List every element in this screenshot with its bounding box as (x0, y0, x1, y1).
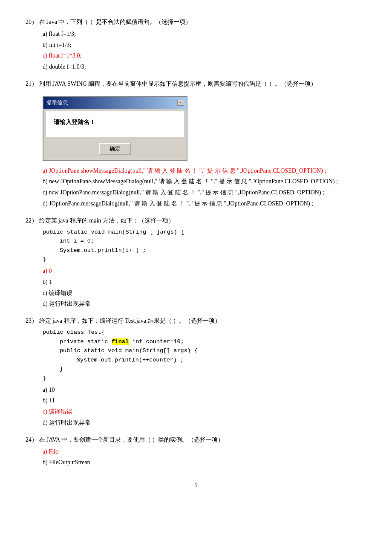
q23-code: public class Test{ private static final … (43, 328, 366, 383)
q21-option-a: a) JOptionPane.showMessageDialog(null," … (43, 166, 366, 176)
q23-a-label: a) (43, 387, 47, 393)
q23-number: 23） (26, 318, 37, 324)
dialog-message: 请输入登陆名！ (54, 117, 176, 127)
q24-b-label: b) (43, 459, 48, 465)
q21-c-text: new JOptionPane.messageDialog(null," 请 输… (49, 189, 324, 196)
dialog-body: 请输入登陆名！ (46, 111, 184, 137)
q22-code: public static void main(String [ ]args) … (43, 228, 366, 264)
q23-option-d: d) 运行时出现异常 (43, 418, 366, 428)
q22-b-text: 1 (49, 279, 52, 285)
question-24: 24） 在 JAVA 中，要创建一个新目录，要使用（ ）类的实例。（选择一项） … (26, 435, 366, 468)
q22-a-label: a) (43, 268, 47, 274)
question-21: 21） 利用 JAVA SWING 编程，要在当前窗体中显示如下信息提示框，则需… (26, 79, 366, 209)
q23-option-b: b) 11 (43, 396, 366, 406)
q23-code-line-4: System.out.println(++counter) ; (77, 356, 366, 365)
q22-d-label: d) (43, 301, 48, 307)
q23-text: 给定 java 程序，如下：编译运行 Test.java,结果是（ ）。（选择一… (39, 318, 221, 324)
dialog-box: 提示信息 × 请输入登陆名！ 确定 (43, 96, 187, 161)
q22-code-line-4: } (43, 255, 366, 264)
q20-c-text: float f=1*3.0; (49, 52, 81, 59)
q23-d-text: 运行时出现异常 (49, 419, 91, 426)
q21-title: 21） 利用 JAVA SWING 编程，要在当前窗体中显示如下信息提示框，则需… (26, 79, 366, 89)
q22-code-line-3: System.out.println(i++) ; (60, 246, 366, 255)
q23-b-text: 11 (49, 397, 55, 404)
q22-code-line-2: int i = 0; (60, 237, 366, 246)
q22-d-text: 运行时出现异常 (49, 301, 91, 307)
q23-code-line-3: public static void main(String[] args) { (60, 346, 366, 356)
q20-number: 20） (26, 19, 37, 25)
q21-number: 21） (26, 81, 37, 87)
q24-a-label: a) (43, 448, 47, 455)
q22-option-c: c) 编译错误 (43, 288, 366, 298)
dialog-button-area: 确定 (43, 139, 187, 160)
dialog-close-button[interactable]: × (177, 100, 184, 106)
q21-a-text: JOptionPane.showMessageDialog(null," 请 输… (49, 168, 326, 174)
q22-option-d: d) 运行时出现异常 (43, 299, 366, 309)
q21-option-d: d) JOptionPane.messageDialog(null," 请 输 … (43, 199, 366, 209)
q23-code-line-1: public class Test{ (43, 328, 366, 337)
q21-b-text: new JOptionPane.showMessageDialog(null,"… (49, 178, 338, 185)
q20-option-b: b) int i=1/3; (43, 40, 366, 50)
q22-c-text: 编译错误 (49, 290, 72, 296)
q22-b-label: b) (43, 279, 48, 285)
q23-code-line-2: private static final int counter=10; (60, 337, 366, 347)
question-22: 22） 给定某 java 程序的 main 方法，如下：（选择一项） publi… (26, 216, 366, 309)
dialog-ok-button[interactable]: 确定 (99, 143, 131, 155)
q23-b-label: b) (43, 397, 48, 404)
q20-b-text: int i=1/3; (49, 42, 71, 48)
q23-title: 23） 给定 java 程序，如下：编译运行 Test.java,结果是（ ）。… (26, 316, 366, 326)
q20-text: 在 Java 中，下列（ ）是不合法的赋值语句。（选择一项） (39, 19, 191, 25)
q23-code-line-6: } (43, 374, 366, 383)
q24-option-a: a) File (43, 447, 366, 457)
q23-a-text: 10 (49, 387, 55, 393)
q22-code-line-1: public static void main(String [ ]args) … (43, 228, 366, 237)
q23-option-c: c) 编译错误 (43, 407, 366, 417)
q22-option-b: b) 1 (43, 277, 366, 287)
q20-c-label: c) (43, 52, 47, 59)
q21-a-label: a) (43, 168, 47, 174)
q20-option-a: a) float f=1/3; (43, 29, 366, 39)
q22-option-a: a) 0 (43, 266, 366, 276)
q20-option-c: c) float f=1*3.0; (43, 51, 366, 61)
q22-c-label: c) (43, 290, 47, 296)
q20-a-text: float f=1/3; (49, 31, 76, 37)
q21-c-label: c) (43, 189, 47, 196)
q20-option-d: d) double f=1.0/3; (43, 62, 366, 72)
q24-b-text: FileOutputStrean (49, 459, 90, 465)
q22-a-text: 0 (49, 268, 52, 274)
q24-a-text: File (49, 448, 58, 455)
question-23: 23） 给定 java 程序，如下：编译运行 Test.java,结果是（ ）。… (26, 316, 366, 428)
q22-number: 22） (26, 217, 37, 224)
dialog-title: 提示信息 (46, 98, 68, 107)
question-20: 20） 在 Java 中，下列（ ）是不合法的赋值语句。（选择一项） a) fl… (26, 17, 366, 72)
q23-d-label: d) (43, 419, 48, 426)
q24-title: 24） 在 JAVA 中，要创建一个新目录，要使用（ ）类的实例。（选择一项） (26, 435, 366, 445)
q24-text: 在 JAVA 中，要创建一个新目录，要使用（ ）类的实例。（选择一项） (39, 436, 224, 443)
q23-code-line-5: } (60, 364, 366, 374)
q21-option-c: c) new JOptionPane.messageDialog(null," … (43, 188, 366, 198)
q20-d-label: d) (43, 64, 48, 70)
q21-d-label: d) (43, 200, 48, 207)
q21-b-label: b) (43, 178, 48, 185)
q23-option-a: a) 10 (43, 385, 366, 395)
q22-text: 给定某 java 程序的 main 方法，如下：（选择一项） (39, 217, 174, 224)
dialog-titlebar: 提示信息 × (43, 97, 187, 109)
q23-c-label: c) (43, 408, 47, 415)
q21-text: 利用 JAVA SWING 编程，要在当前窗体中显示如下信息提示框，则需要编写的… (39, 81, 317, 87)
q20-d-text: double f=1.0/3; (49, 64, 86, 70)
q24-number: 24） (26, 436, 37, 443)
q20-b-label: b) (43, 42, 48, 48)
dialog-mockup: 提示信息 × 请输入登陆名！ 确定 (43, 96, 187, 161)
page-number: 5 (26, 480, 366, 491)
q23-c-text: 编译错误 (49, 408, 72, 415)
final-keyword: final (112, 338, 129, 345)
q20-title: 20） 在 Java 中，下列（ ）是不合法的赋值语句。（选择一项） (26, 17, 366, 27)
q21-d-text: JOptionPane.messageDialog(null," 请 输 入 登… (49, 200, 313, 207)
q24-option-b: b) FileOutputStrean (43, 457, 366, 468)
q22-title: 22） 给定某 java 程序的 main 方法，如下：（选择一项） (26, 216, 366, 226)
q20-a-label: a) (43, 31, 47, 37)
q21-option-b: b) new JOptionPane.showMessageDialog(nul… (43, 176, 366, 187)
